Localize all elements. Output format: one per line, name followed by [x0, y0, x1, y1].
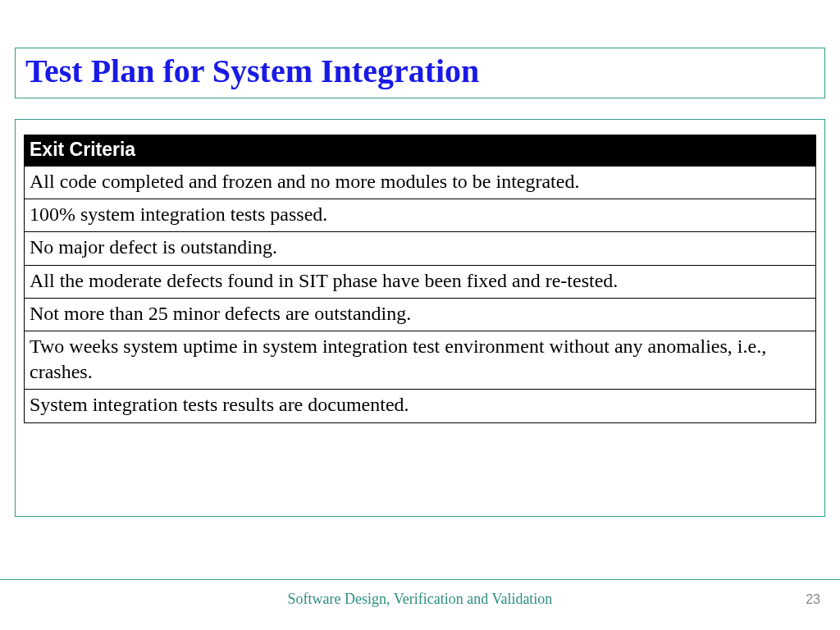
table-row: Two weeks system uptime in system integr… [25, 331, 816, 389]
content-box: Exit Criteria All code completed and fro… [15, 119, 825, 517]
exit-criteria-table: Exit Criteria All code completed and fro… [24, 135, 816, 423]
slide-title-box: Test Plan for System Integration [15, 48, 825, 98]
table-row: System integration tests results are doc… [25, 390, 816, 422]
slide-title: Test Plan for System Integration [25, 53, 815, 89]
criteria-cell: 100% system integration tests passed. [25, 199, 816, 232]
criteria-cell: Not more than 25 minor defects are outst… [25, 298, 816, 331]
table-row: 100% system integration tests passed. [25, 199, 816, 232]
footer-text: Software Design, Verification and Valida… [0, 591, 840, 608]
criteria-cell: Two weeks system uptime in system integr… [25, 331, 816, 389]
criteria-cell: All the moderate defects found in SIT ph… [25, 265, 816, 298]
criteria-cell: System integration tests results are doc… [25, 390, 816, 422]
table-row: All the moderate defects found in SIT ph… [25, 265, 816, 298]
footer-divider [0, 579, 840, 580]
criteria-cell: No major defect is outstanding. [25, 232, 816, 265]
table-header: Exit Criteria [25, 135, 816, 167]
table-row: Not more than 25 minor defects are outst… [25, 298, 816, 331]
criteria-cell: All code completed and frozen and no mor… [25, 167, 816, 199]
table-row: All code completed and frozen and no mor… [25, 167, 816, 199]
table-row: No major defect is outstanding. [25, 232, 816, 265]
page-number: 23 [806, 592, 820, 607]
